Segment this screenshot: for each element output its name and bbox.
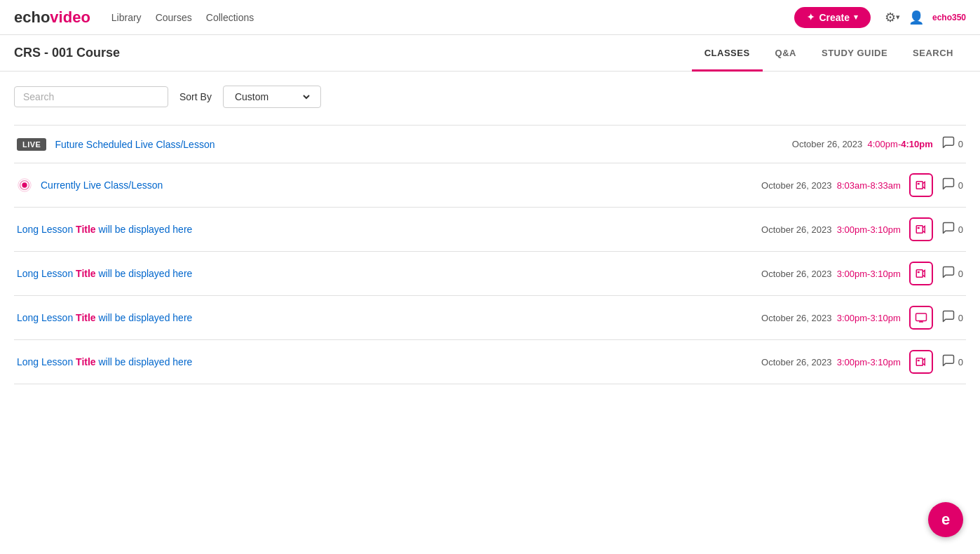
class-title[interactable]: Currently Live Class/Lesson	[41, 180, 738, 191]
class-actions: 0	[941, 135, 963, 153]
media-capture-button[interactable]	[909, 350, 933, 374]
settings-button[interactable]: ⚙ ▾	[885, 10, 900, 25]
comment-button[interactable]: 0	[941, 177, 963, 194]
sort-label: Sort By	[179, 91, 212, 102]
comment-button[interactable]: 0	[941, 265, 963, 283]
comment-icon	[941, 177, 955, 194]
class-date: October 26, 2023 4:00pm-4:10pm	[779, 139, 933, 149]
class-time: 3:00pm-3:10pm	[837, 357, 901, 367]
settings-chevron-icon: ▾	[896, 13, 900, 22]
class-actions: 0	[909, 350, 963, 374]
filter-row: Sort By Custom Date Title	[14, 86, 966, 108]
class-date: October 26, 2023 3:00pm-3:10pm	[747, 313, 901, 323]
echo350-label: echo350	[932, 13, 966, 22]
svg-rect-11	[918, 360, 920, 361]
class-time: 8:03am-8:33am	[837, 180, 901, 191]
class-date: October 26, 2023 3:00pm-3:10pm	[747, 269, 901, 279]
class-date: October 26, 2023 3:00pm-3:10pm	[747, 224, 901, 235]
screen-share-button[interactable]	[909, 306, 933, 330]
comment-count: 0	[958, 139, 963, 149]
class-time: 4:00pm-4:10pm	[868, 139, 933, 149]
account-icon: 👤	[908, 10, 924, 25]
course-tabs: CLASSES Q&A STUDY GUIDE SEARCH	[692, 36, 966, 71]
class-date: October 26, 2023 8:03am-8:33am	[747, 180, 901, 191]
comment-count: 0	[958, 180, 963, 191]
svg-rect-5	[916, 226, 923, 234]
class-title[interactable]: Long Lesson Title will be displayed here	[17, 224, 738, 235]
comment-button[interactable]: 0	[941, 135, 963, 153]
class-title[interactable]: Future Scheduled Live Class/Lesson	[55, 139, 770, 150]
tab-qa[interactable]: Q&A	[763, 36, 809, 72]
media-capture-button[interactable]	[909, 262, 933, 285]
search-input[interactable]	[23, 91, 159, 102]
tab-study-guide[interactable]: STUDY GUIDE	[809, 36, 900, 72]
gear-icon: ⚙	[885, 10, 896, 25]
comment-icon	[941, 135, 955, 153]
class-actions: 0	[909, 173, 963, 197]
create-spark-icon: ✦	[807, 12, 815, 22]
svg-rect-3	[916, 182, 923, 189]
class-list: LIVE Future Scheduled Live Class/Lesson …	[14, 125, 966, 384]
svg-rect-6	[918, 227, 920, 229]
comment-icon	[941, 309, 955, 327]
comment-count: 0	[958, 313, 963, 323]
comment-icon	[941, 265, 955, 283]
nav-library[interactable]: Library	[111, 12, 142, 23]
tab-search[interactable]: SEARCH	[900, 36, 966, 72]
svg-rect-4	[918, 183, 920, 184]
class-time: 3:00pm-3:10pm	[837, 269, 901, 279]
svg-rect-7	[916, 270, 923, 278]
account-button[interactable]: 👤	[908, 10, 924, 25]
chevron-down-icon: ▾	[854, 13, 858, 22]
live-badge: LIVE	[17, 138, 46, 151]
course-title: CRS - 001 Course	[14, 46, 692, 60]
logo-echo: echo	[14, 8, 50, 27]
class-actions: 0	[909, 217, 963, 241]
table-row: LIVE Future Scheduled Live Class/Lesson …	[14, 126, 966, 163]
class-title[interactable]: Long Lesson Title will be displayed here	[17, 268, 738, 279]
comment-button[interactable]: 0	[941, 309, 963, 327]
search-input-wrap[interactable]	[14, 86, 168, 107]
comment-icon	[941, 353, 955, 371]
table-row: Currently Live Class/Lesson October 26, …	[14, 163, 966, 208]
class-title[interactable]: Long Lesson Title will be displayed here	[17, 356, 738, 367]
table-row: Long Lesson Title will be displayed here…	[14, 340, 966, 384]
comment-button[interactable]: 0	[941, 221, 963, 238]
nav-links: Library Courses Collections	[111, 12, 254, 23]
live-pulse-icon	[17, 177, 32, 193]
media-capture-button[interactable]	[909, 173, 933, 197]
logo[interactable]: echovideo	[14, 8, 90, 27]
tab-classes[interactable]: CLASSES	[692, 36, 763, 72]
create-label: Create	[819, 12, 850, 23]
class-actions: 0	[909, 306, 963, 330]
top-nav: echovideo Library Courses Collections ✦ …	[0, 0, 980, 35]
sort-select-wrap[interactable]: Custom Date Title	[223, 86, 321, 108]
class-time: 3:00pm-3:10pm	[837, 224, 901, 235]
sort-select[interactable]: Custom Date Title	[232, 90, 312, 103]
table-row: Long Lesson Title will be displayed here…	[14, 252, 966, 296]
nav-courses[interactable]: Courses	[156, 12, 192, 23]
table-row: Long Lesson Title will be displayed here…	[14, 208, 966, 252]
main-content: Sort By Custom Date Title LIVE Future Sc…	[0, 72, 980, 398]
comment-count: 0	[958, 224, 963, 235]
svg-point-0	[22, 182, 27, 187]
class-time: 3:00pm-3:10pm	[837, 313, 901, 323]
top-right-icons: ⚙ ▾ 👤 echo350	[885, 10, 966, 25]
svg-rect-9	[916, 313, 926, 321]
create-button[interactable]: ✦ Create ▾	[794, 7, 871, 28]
comment-count: 0	[958, 357, 963, 367]
svg-rect-10	[916, 358, 923, 366]
course-header: CRS - 001 Course CLASSES Q&A STUDY GUIDE…	[0, 35, 980, 72]
comment-icon	[941, 221, 955, 238]
logo-video: video	[50, 8, 90, 27]
class-actions: 0	[909, 262, 963, 285]
class-title[interactable]: Long Lesson Title will be displayed here	[17, 312, 738, 323]
comment-button[interactable]: 0	[941, 353, 963, 371]
svg-rect-8	[918, 271, 920, 273]
nav-collections[interactable]: Collections	[206, 12, 254, 23]
class-date: October 26, 2023 3:00pm-3:10pm	[747, 357, 901, 367]
comment-count: 0	[958, 269, 963, 279]
table-row: Long Lesson Title will be displayed here…	[14, 296, 966, 340]
media-capture-button[interactable]	[909, 217, 933, 241]
